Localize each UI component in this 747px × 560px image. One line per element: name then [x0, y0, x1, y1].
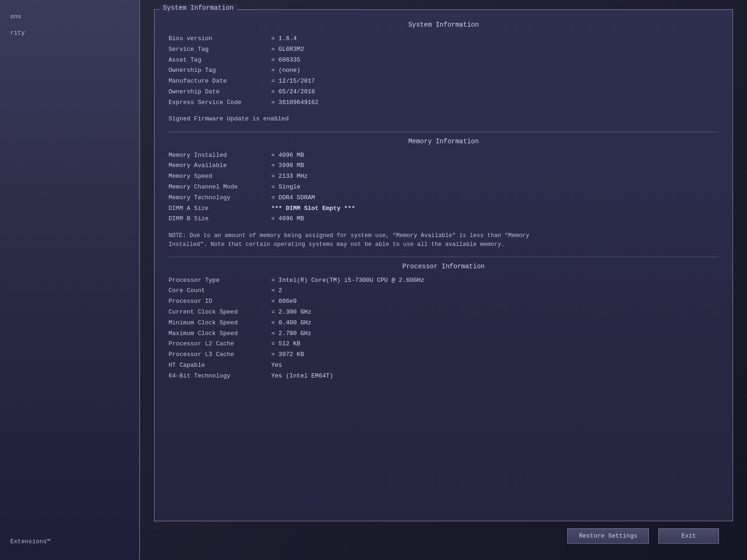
processor-type-value: = Intel(R) Core(TM) i5-7300U CPU @ 2.60G… [271, 276, 424, 286]
maximum-clock-speed-value: = 2.700 GHz [271, 329, 311, 339]
ownership-tag-label: Ownership Tag [169, 66, 271, 76]
system-info-content[interactable]: System Information Bios version = 1.6.4 … [155, 10, 733, 521]
processor-id-row: Processor ID = 806e9 [169, 297, 719, 307]
sidebar-item-extensions[interactable]: Extensions™ [5, 534, 134, 549]
service-tag-label: Service Tag [169, 45, 271, 55]
current-clock-speed-row: Current Clock Speed = 2.300 GHz [169, 308, 719, 317]
maximum-clock-speed-label: Maximum Clock Speed [169, 329, 271, 339]
manufacture-date-label: Manufacture Date [169, 77, 271, 86]
memory-info-heading: Memory Information [169, 138, 719, 145]
restore-settings-button[interactable]: Restore Settings [567, 528, 649, 544]
left-sidebar: ons rity Extensions™ [0, 0, 140, 560]
sidebar-item-rity[interactable]: rity [5, 26, 134, 40]
current-clock-speed-label: Current Clock Speed [169, 308, 271, 317]
asset-tag-row: Asset Tag = 606335 [169, 56, 719, 65]
dimm-b-size-value: = 4096 MB [271, 214, 304, 224]
memory-info-table: Memory Installed = 4096 MB Memory Availa… [169, 151, 719, 224]
ownership-date-label: Ownership Date [169, 87, 271, 97]
system-info-panel: System Information System Information Bi… [154, 9, 733, 521]
64bit-tech-label: 64-Bit Technology [169, 371, 271, 381]
memory-channel-mode-value: = Single [271, 182, 300, 192]
panel-title: System Information [163, 4, 233, 12]
current-clock-speed-value: = 2.300 GHz [271, 308, 311, 317]
dimm-a-size-label: DIMM A Size [169, 204, 271, 214]
sidebar-item-ons[interactable]: ons [5, 9, 134, 24]
signed-firmware-text: Signed Firmware Update is enabled [169, 115, 719, 122]
manufacture-date-value: = 12/15/2017 [271, 77, 315, 86]
system-info-table: Bios version = 1.6.4 Service Tag = GL6R3… [169, 34, 719, 108]
bios-value: = 1.6.4 [271, 34, 297, 44]
memory-available-label: Memory Available [169, 161, 271, 171]
service-tag-value: = GL6R3M2 [271, 45, 304, 55]
processor-l3-cache-value: = 3072 KB [271, 350, 304, 360]
main-content: System Information System Information Bi… [140, 0, 747, 560]
core-count-row: Core Count = 2 [169, 286, 719, 296]
dimm-b-size-label: DIMM B Size [169, 214, 271, 224]
exit-button[interactable]: Exit [658, 528, 719, 544]
processor-l2-cache-label: Processor L2 Cache [169, 339, 271, 349]
processor-type-label: Processor Type [169, 276, 271, 286]
minimum-clock-speed-value: = 0.400 GHz [271, 318, 311, 328]
processor-l2-cache-row: Processor L2 Cache = 512 KB [169, 339, 719, 349]
express-service-code-row: Express Service Code = 36109649162 [169, 98, 719, 108]
bottom-bar: Restore Settings Exit [154, 521, 733, 551]
panel-title-bar: System Information [159, 4, 237, 12]
ownership-tag-value: = (none) [271, 66, 300, 76]
core-count-value: = 2 [271, 286, 282, 296]
asset-tag-label: Asset Tag [169, 56, 271, 65]
dimm-b-size-row: DIMM B Size = 4096 MB [169, 214, 719, 224]
processor-type-row: Processor Type = Intel(R) Core(TM) i5-73… [169, 276, 719, 286]
processor-id-value: = 806e9 [271, 297, 297, 307]
core-count-label: Core Count [169, 286, 271, 296]
memory-technology-label: Memory Technology [169, 193, 271, 203]
memory-note: NOTE: Due to an amount of memory being a… [169, 231, 551, 249]
ht-capable-label: HT Capable [169, 361, 271, 371]
ht-capable-row: HT Capable Yes [169, 361, 719, 371]
minimum-clock-speed-label: Minimum Clock Speed [169, 318, 271, 328]
asset-tag-value: = 606335 [271, 56, 300, 65]
manufacture-date-row: Manufacture Date = 12/15/2017 [169, 77, 719, 86]
processor-l3-cache-row: Processor L3 Cache = 3072 KB [169, 350, 719, 360]
processor-l3-cache-label: Processor L3 Cache [169, 350, 271, 360]
memory-technology-value: = DDR4 SDRAM [271, 193, 315, 203]
64bit-tech-row: 64-Bit Technology Yes (Intel EM64T) [169, 371, 719, 381]
bios-label: Bios version [169, 34, 271, 44]
memory-speed-value: = 2133 MHz [271, 172, 308, 182]
processor-id-label: Processor ID [169, 297, 271, 307]
system-info-heading: System Information [169, 21, 719, 28]
memory-channel-mode-row: Memory Channel Mode = Single [169, 182, 719, 192]
ownership-tag-row: Ownership Tag = (none) [169, 66, 719, 76]
screen-background: ons rity Extensions™ System Information … [0, 0, 747, 560]
bios-row: Bios version = 1.6.4 [169, 34, 719, 44]
service-tag-row: Service Tag = GL6R3M2 [169, 45, 719, 55]
processor-info-heading: Processor Information [169, 263, 719, 270]
processor-info-table: Processor Type = Intel(R) Core(TM) i5-73… [169, 276, 719, 381]
memory-technology-row: Memory Technology = DDR4 SDRAM [169, 193, 719, 203]
64bit-tech-value: Yes (Intel EM64T) [271, 371, 333, 381]
dimm-a-size-value: *** DIMM Slot Empty *** [271, 204, 355, 214]
express-service-code-value: = 36109649162 [271, 98, 318, 108]
memory-available-value: = 3998 MB [271, 161, 304, 171]
dimm-a-size-row: DIMM A Size *** DIMM Slot Empty *** [169, 204, 719, 214]
memory-installed-label: Memory Installed [169, 151, 271, 161]
memory-speed-row: Memory Speed = 2133 MHz [169, 172, 719, 182]
memory-installed-value: = 4096 MB [271, 151, 304, 161]
memory-channel-mode-label: Memory Channel Mode [169, 182, 271, 192]
ownership-date-value: = 05/24/2018 [271, 87, 315, 97]
memory-speed-label: Memory Speed [169, 172, 271, 182]
ht-capable-value: Yes [271, 361, 282, 371]
ownership-date-row: Ownership Date = 05/24/2018 [169, 87, 719, 97]
processor-l2-cache-value: = 512 KB [271, 339, 300, 349]
express-service-code-label: Express Service Code [169, 98, 271, 108]
minimum-clock-speed-row: Minimum Clock Speed = 0.400 GHz [169, 318, 719, 328]
maximum-clock-speed-row: Maximum Clock Speed = 2.700 GHz [169, 329, 719, 339]
memory-available-row: Memory Available = 3998 MB [169, 161, 719, 171]
separator-1 [169, 132, 719, 132]
memory-installed-row: Memory Installed = 4096 MB [169, 151, 719, 161]
separator-2 [169, 257, 719, 257]
